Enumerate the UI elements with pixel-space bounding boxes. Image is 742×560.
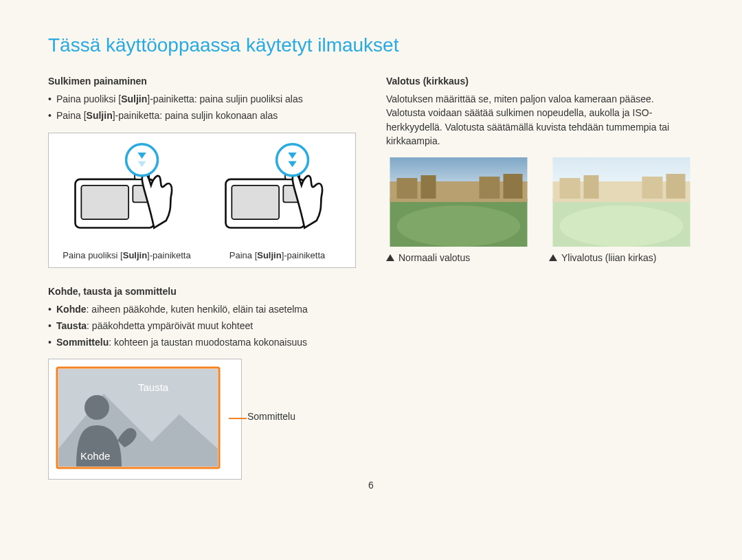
text: Paina puoliksi xyxy=(56,93,118,104)
svg-point-16 xyxy=(85,395,109,420)
text-bold: Tausta xyxy=(56,320,87,331)
text-bold: Suljin xyxy=(257,250,281,260)
full-press-panel: Paina [Suljin]-painiketta xyxy=(206,143,348,260)
composition-illustration: Tausta Kohde xyxy=(56,366,221,469)
right-column: Valotus (kirkkaus) Valotuksen määrittää … xyxy=(386,76,694,480)
bullet-item: Tausta: pääkohdetta ympäröivät muut koht… xyxy=(48,319,356,333)
full-press-illustration xyxy=(206,143,348,246)
svg-point-24 xyxy=(397,205,521,247)
exposure-photo-row: Normaali valotus xyxy=(386,157,694,263)
text: -painiketta: paina suljin kokonaan alas xyxy=(115,110,278,121)
svg-rect-1 xyxy=(81,185,128,219)
text: -painiketta: paina suljin puoliksi alas xyxy=(150,93,303,104)
svg-rect-8 xyxy=(232,185,279,219)
text-bold: Kohde xyxy=(56,304,87,315)
text: Normaali valotus xyxy=(398,252,470,263)
triangle-icon xyxy=(549,254,557,261)
text: Paina puoliksi xyxy=(63,250,120,260)
shutter-bullets: Paina puoliksi [Suljin]-painiketta: pain… xyxy=(48,92,356,123)
svg-rect-29 xyxy=(584,175,599,199)
bullet-item: Kohde: aiheen pääkohde, kuten henkilö, e… xyxy=(48,302,356,316)
text: : pääkohdetta ympäröivät muut kohteet xyxy=(87,320,253,331)
full-press-caption: Paina [Suljin]-painiketta xyxy=(229,250,326,260)
page-number: 6 xyxy=(368,480,374,491)
text-bold: Suljin xyxy=(121,93,147,104)
text-bold: Sommittelu xyxy=(56,337,109,348)
text: Ylivalotus (liian kirkas) xyxy=(561,252,656,263)
text-bold: Suljin xyxy=(87,110,113,121)
shutter-figure-box: Paina puoliksi [Suljin]-painiketta xyxy=(48,133,356,268)
left-column: Sulkimen painaminen Paina puoliksi [Sulj… xyxy=(48,76,356,480)
svg-rect-30 xyxy=(642,177,663,199)
svg-point-11 xyxy=(277,144,308,175)
bullet-item: Paina [Suljin]-painiketta: paina suljin … xyxy=(48,109,356,122)
text: Paina xyxy=(56,110,84,121)
text: -painiketta xyxy=(150,250,191,260)
label-kohde: Kohde xyxy=(80,450,110,462)
svg-rect-20 xyxy=(397,178,418,199)
half-press-illustration xyxy=(56,143,198,246)
page-title: Tässä käyttöoppaassa käytetyt ilmaukset xyxy=(48,34,694,56)
exposure-paragraph: Valotuksen määrittää se, miten paljon va… xyxy=(386,92,694,148)
normal-exposure-caption: Normaali valotus xyxy=(386,252,531,263)
half-press-caption: Paina puoliksi [Suljin]-painiketta xyxy=(63,250,190,260)
svg-rect-21 xyxy=(421,175,436,199)
over-exposure-photo xyxy=(549,157,694,247)
label-tausta: Tausta xyxy=(138,381,169,393)
section-title-shutter: Sulkimen painaminen xyxy=(48,76,356,87)
normal-exposure-photo xyxy=(386,157,531,247)
text-bold: Suljin xyxy=(123,250,147,260)
section-title-exposure: Valotus (kirkkaus) xyxy=(386,76,694,87)
svg-point-4 xyxy=(126,144,158,175)
svg-point-32 xyxy=(560,205,684,247)
text: : kohteen ja taustan muodostama kokonais… xyxy=(109,337,307,348)
composition-bullets: Kohde: aiheen pääkohde, kuten henkilö, e… xyxy=(48,302,356,350)
svg-rect-28 xyxy=(560,178,581,199)
label-sommittelu: Sommittelu xyxy=(247,411,295,422)
svg-rect-23 xyxy=(504,174,523,199)
triangle-icon xyxy=(386,254,394,261)
half-press-panel: Paina puoliksi [Suljin]-painiketta xyxy=(56,143,198,260)
bullet-item: Sommittelu: kohteen ja taustan muodostam… xyxy=(48,335,356,349)
text: Paina xyxy=(229,250,255,260)
text: : aiheen pääkohde, kuten henkilö, eläin … xyxy=(87,304,308,315)
svg-rect-22 xyxy=(480,177,500,199)
svg-rect-31 xyxy=(666,174,686,199)
over-exposure-caption: Ylivalotus (liian kirkas) xyxy=(549,252,694,263)
composition-figure: Tausta Kohde xyxy=(48,359,242,480)
bullet-item: Paina puoliksi [Suljin]-painiketta: pain… xyxy=(48,92,356,106)
over-exposure-cell: Ylivalotus (liian kirkas) xyxy=(549,157,694,263)
callout-line xyxy=(229,418,247,419)
text: -painiketta xyxy=(284,250,325,260)
section-title-composition: Kohde, tausta ja sommittelu xyxy=(48,286,356,297)
normal-exposure-cell: Normaali valotus xyxy=(386,157,531,263)
